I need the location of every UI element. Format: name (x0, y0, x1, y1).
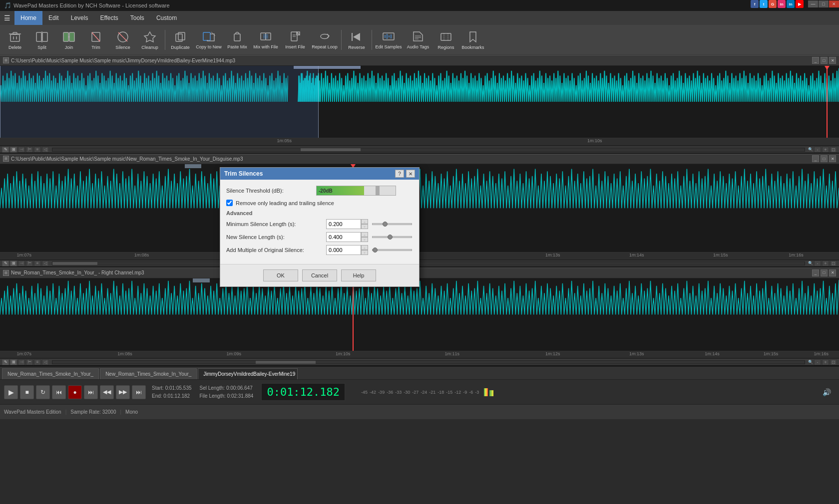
track1-zoom-fit-button[interactable]: ⊡ (830, 147, 837, 153)
new-silence-slider[interactable] (372, 236, 412, 238)
threshold-bar[interactable]: -20dB (316, 186, 396, 196)
trim-silences-dialog[interactable]: Trim Silences ? ✕ Silence Threshold (dB)… (220, 167, 420, 287)
track1-list-button[interactable]: ≡ (34, 147, 41, 153)
audio-tags-button[interactable]: Audio Tags (404, 26, 432, 53)
dialog-help-button[interactable]: ? (395, 170, 404, 178)
track3-select-button[interactable]: ⊞ (10, 359, 17, 365)
min-silence-up-button[interactable]: ▲ (361, 219, 368, 224)
hamburger-menu[interactable]: ☰ (0, 11, 14, 25)
split-button[interactable]: Split (29, 26, 55, 53)
track3-maximize-button[interactable]: □ (821, 269, 828, 276)
track2-arrow-button[interactable]: ◁ (42, 260, 49, 266)
track1-left-indent-button[interactable]: ⊣ (18, 147, 25, 153)
track2-waveform[interactable] (0, 164, 839, 252)
delete-button[interactable]: Delete (2, 26, 28, 53)
track3-zoom-plus-button[interactable]: + (822, 359, 829, 365)
track1-pencil-button[interactable]: ✎ (2, 147, 9, 153)
skip-end-button[interactable]: ⏭ (132, 385, 146, 399)
cleanup-button[interactable]: Cleanup (137, 26, 163, 53)
track1-minimize-button[interactable]: _ (812, 57, 819, 64)
track1-close-button[interactable]: ✕ (829, 57, 836, 64)
bookmarks-button[interactable]: Bookmarks (460, 26, 486, 53)
track2-zoom-plus-button[interactable]: + (822, 260, 829, 266)
copy-to-new-button[interactable]: Copy to New (194, 26, 223, 53)
loop-button[interactable]: ↻ (36, 385, 50, 399)
leading-trailing-checkbox[interactable] (226, 200, 233, 206)
track2-close-button[interactable]: ✕ (829, 155, 836, 162)
min-silence-input[interactable] (326, 219, 361, 229)
join-button[interactable]: Join (56, 26, 82, 53)
close-button[interactable]: ✕ (829, 0, 839, 7)
add-multiple-down-button[interactable]: ▼ (361, 250, 368, 255)
ok-button[interactable]: OK (263, 269, 298, 281)
menu-effects[interactable]: Effects (94, 11, 124, 25)
min-silence-slider-thumb[interactable] (383, 222, 388, 227)
track3-close-button[interactable]: ✕ (829, 269, 836, 276)
new-silence-down-button[interactable]: ▼ (361, 237, 368, 242)
track2-left-indent-button[interactable]: ⊣ (18, 260, 25, 266)
track3-scrollbar[interactable] (52, 360, 805, 364)
track3-zoom-fit-button[interactable]: ⊡ (830, 359, 837, 365)
add-multiple-slider-thumb[interactable] (373, 248, 378, 252)
threshold-handle[interactable] (376, 186, 380, 195)
rewind-button[interactable]: ◀◀ (100, 385, 114, 399)
tab3[interactable]: JimmyDorseyVmildredBailey-EverMine19 (198, 368, 298, 379)
repeat-loop-button[interactable]: Repeat Loop (310, 26, 339, 53)
track2-scrollbar[interactable] (52, 261, 805, 265)
add-multiple-up-button[interactable]: ▲ (361, 245, 368, 250)
track3-waveform[interactable] (0, 278, 839, 351)
track3-arrow-button[interactable]: ◁ (42, 359, 49, 365)
track2-list-button[interactable]: ≡ (34, 260, 41, 266)
track2-scroll-thumb[interactable] (52, 262, 97, 265)
track1-scroll-thumb[interactable] (301, 148, 361, 151)
track3-left-indent-button[interactable]: ⊣ (18, 359, 25, 365)
menu-levels[interactable]: Levels (65, 11, 94, 25)
track1-zoom-plus-button[interactable]: + (822, 147, 829, 153)
mix-with-file-button[interactable]: Mix with File (251, 26, 280, 53)
paste-mix-button[interactable]: Paste Mix (224, 26, 250, 53)
maximize-button[interactable]: □ (819, 0, 829, 7)
track2-pencil-button[interactable]: ✎ (2, 260, 9, 266)
track3-minimize-button[interactable]: _ (812, 269, 819, 276)
edit-samples-button[interactable]: Edit Samples (374, 26, 403, 53)
menu-tools[interactable]: Tools (124, 11, 150, 25)
track1-arrow-button[interactable]: ◁ (42, 147, 49, 153)
new-silence-up-button[interactable]: ▲ (361, 232, 368, 237)
regions-button[interactable]: Regions (433, 26, 459, 53)
track1-right-indent-button[interactable]: ⊢ (26, 147, 33, 153)
tab1[interactable]: New_Roman_Times_Smoke_In_Your_ (2, 368, 99, 379)
track3-zoom-minus-button[interactable]: - (814, 359, 821, 365)
add-multiple-input[interactable] (326, 245, 361, 255)
menu-edit[interactable]: Edit (42, 11, 65, 25)
add-multiple-slider[interactable] (372, 249, 412, 251)
track1-zoom-minus-button[interactable]: - (814, 147, 821, 153)
new-silence-slider-thumb[interactable] (388, 235, 393, 240)
record-button[interactable]: ● (68, 385, 82, 399)
min-silence-slider[interactable] (372, 223, 412, 225)
min-silence-down-button[interactable]: ▼ (361, 224, 368, 229)
minimize-button[interactable]: — (808, 0, 818, 7)
fforward-button[interactable]: ▶▶ (116, 385, 130, 399)
skip-start-button[interactable]: ⏮ (52, 385, 66, 399)
cancel-button[interactable]: Cancel (302, 269, 337, 281)
new-silence-input[interactable] (326, 232, 361, 242)
track1-maximize-button[interactable]: □ (821, 57, 828, 64)
menu-home[interactable]: Home (14, 11, 42, 25)
track2-select-button[interactable]: ⊞ (10, 260, 17, 266)
stop-button[interactable]: ■ (20, 385, 34, 399)
track1-select-button[interactable]: ⊞ (10, 147, 17, 153)
duplicate-button[interactable]: Duplicate (167, 26, 193, 53)
insert-file-button[interactable]: Insert File (281, 26, 309, 53)
tab2[interactable]: New_Roman_Times_Smoke_In_Your_ (100, 368, 197, 379)
track3-scroll-thumb[interactable] (256, 361, 316, 364)
track3-right-indent-button[interactable]: ⊢ (26, 359, 33, 365)
track2-zoom-minus-button[interactable]: - (814, 260, 821, 266)
menu-custom[interactable]: Custom (150, 11, 183, 25)
track1-waveform[interactable]: // This will be drawn via inline paths (0, 66, 839, 138)
track2-zoom-fit-button[interactable]: ⊡ (830, 260, 837, 266)
track3-list-button[interactable]: ≡ (34, 359, 41, 365)
prev-track-button[interactable]: ⏭ (84, 385, 98, 399)
help-button[interactable]: Help (341, 269, 376, 281)
track1-scrollbar[interactable] (52, 148, 805, 152)
silence-button[interactable]: Silence (110, 26, 136, 53)
